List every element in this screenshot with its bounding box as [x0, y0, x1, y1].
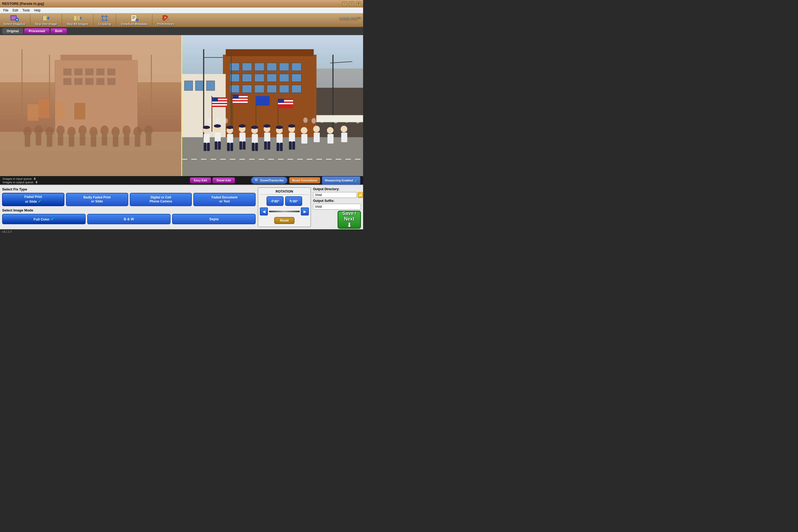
svg-point-135 [341, 126, 347, 132]
svg-rect-151 [218, 141, 221, 150]
both-view-button[interactable]: Both [51, 28, 67, 34]
version-label: v3.1.1.3 [2, 230, 12, 233]
svg-rect-68 [0, 35, 182, 176]
metadata-icon: i [130, 14, 138, 22]
svg-rect-1 [12, 16, 16, 19]
rotate-right-fine-button[interactable]: ▶ [301, 208, 309, 215]
svg-point-178 [333, 118, 338, 124]
svg-rect-142 [277, 134, 283, 144]
preferences-label: Preferences [157, 22, 174, 25]
full-color-mode-button[interactable]: Full Color ✓ [2, 214, 86, 224]
zoom-icon: 🔍 [254, 178, 259, 183]
zoom-transcribe-button[interactable]: 🔍 Zoom/Transcribe [251, 177, 288, 184]
svg-rect-93 [195, 81, 204, 91]
svg-rect-7 [77, 16, 80, 20]
svg-rect-144 [301, 134, 307, 144]
svg-rect-75 [254, 63, 264, 71]
svg-rect-150 [215, 141, 217, 150]
svg-rect-88 [267, 85, 277, 93]
svg-point-134 [327, 127, 334, 134]
cropping-button[interactable]: Cropping [97, 14, 113, 26]
svg-rect-94 [206, 81, 215, 91]
svg-rect-8 [101, 15, 107, 20]
svg-rect-152 [227, 143, 230, 151]
original-view-button[interactable]: Original [2, 28, 23, 34]
menu-file[interactable]: File [1, 8, 11, 13]
save-next-button[interactable]: Save / Next ⬇ [338, 211, 361, 229]
processed-view-button[interactable]: Processed [24, 28, 50, 34]
rotate-ccw-button[interactable]: ↺ 90° [267, 196, 284, 206]
svg-rect-138 [227, 134, 233, 144]
sharpening-enabled-button[interactable]: Sharpening Enabled ✓ [322, 176, 360, 185]
menu-help[interactable]: Help [32, 8, 43, 13]
svg-point-167 [239, 124, 246, 128]
svg-rect-87 [254, 85, 264, 93]
select-images-button[interactable]: Select Image(s) [2, 14, 27, 26]
sharpening-checkmark-icon: ✓ [354, 178, 358, 183]
restore-button[interactable]: □ [349, 2, 354, 6]
view-edit-metadata-label: View/Edit Metadata [121, 22, 147, 25]
bw-mode-button[interactable]: B & W [87, 214, 171, 224]
skip-all-icon [73, 14, 82, 22]
output-section: Output Directory: 📁 Output Suffix: Save … [313, 187, 361, 227]
rotate-cw-icon: ↻ [289, 199, 292, 203]
bottom-panel: Select Fix Type Faded Printor Slide ✓ Ba… [0, 185, 363, 229]
skip-one-icon [42, 14, 50, 22]
svg-rect-156 [252, 143, 254, 151]
rotation-slider-row: ◀ ▶ [260, 208, 309, 215]
svg-point-173 [215, 117, 220, 123]
svg-rect-148 [204, 143, 206, 151]
svg-point-179 [344, 117, 349, 123]
image-container [0, 35, 363, 176]
digital-cell-phone-button[interactable]: Digital or CellPhone Camera [130, 193, 192, 206]
preferences-button[interactable]: Preferences [156, 14, 175, 26]
svg-rect-89 [279, 85, 289, 93]
menu-edit[interactable]: Edit [11, 8, 20, 13]
easy-edit-button[interactable]: Easy Edit [190, 177, 211, 183]
rotation-reset-button[interactable]: Reset [274, 217, 295, 224]
close-button[interactable]: ✕ [356, 2, 361, 6]
rotate-left-fine-button[interactable]: ◀ [260, 208, 268, 215]
toolbar-divider-3 [93, 14, 93, 26]
output-suffix-input[interactable] [313, 204, 361, 210]
skip-one-image-button[interactable]: Skip One Image [34, 14, 59, 26]
fix-buttons-row: Faded Printor Slide ✓ Badly Faded Printo… [2, 193, 255, 206]
svg-point-170 [276, 126, 283, 129]
svg-rect-110 [212, 97, 218, 101]
title-bar: RESTORE [Parade hr.jpg] ─ □ ✕ [0, 0, 363, 7]
rotate-cw-button[interactable]: ↻ 90° [285, 196, 302, 206]
output-directory-input[interactable] [313, 192, 357, 198]
skip-all-images-button[interactable]: Skip All Images [65, 14, 90, 26]
minimize-button[interactable]: ─ [342, 2, 347, 6]
faded-print-slide-button[interactable]: Faded Printor Slide ✓ [2, 193, 64, 206]
svg-rect-84 [291, 74, 301, 82]
svg-rect-118 [256, 96, 270, 106]
sepia-mode-button[interactable]: Sepia [172, 214, 255, 224]
toolbar-divider-5 [152, 14, 152, 26]
badly-faded-print-slide-button[interactable]: Badly Faded Printor Slide [66, 193, 128, 206]
save-next-arrow-icon: ⬇ [347, 222, 352, 229]
output-directory-label: Output Directory: [313, 187, 361, 191]
rotation-slider[interactable] [269, 211, 300, 212]
svg-point-133 [313, 126, 320, 132]
image-mode-title: Select Image Mode [2, 208, 255, 212]
svg-rect-160 [277, 143, 279, 151]
svg-rect-162 [289, 141, 291, 150]
svg-rect-116 [232, 95, 239, 99]
svg-point-172 [207, 118, 211, 124]
svg-point-166 [226, 126, 233, 129]
svg-point-169 [263, 124, 270, 128]
faded-document-text-button[interactable]: Faded Documentor Text [193, 193, 255, 206]
output-suffix-label: Output Suffix: [313, 199, 361, 203]
output-directory-folder-button[interactable]: 📁 [358, 192, 363, 198]
svg-text:i: i [137, 19, 137, 22]
svg-rect-109 [212, 104, 227, 106]
reset-corrections-button[interactable]: Reset Corrections [289, 177, 320, 184]
svg-point-168 [251, 126, 258, 129]
processed-image-panel [182, 35, 363, 176]
image-display-area [0, 35, 363, 176]
detail-edit-button[interactable]: Detail Edit [212, 177, 235, 183]
menu-tools[interactable]: Tools [20, 8, 32, 13]
view-edit-metadata-button[interactable]: i View/Edit Metadata [119, 14, 149, 26]
svg-rect-81 [254, 74, 264, 82]
